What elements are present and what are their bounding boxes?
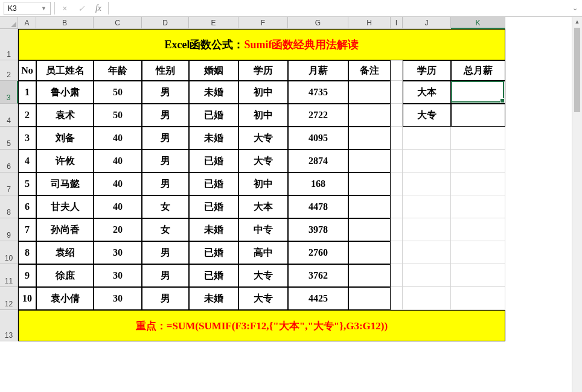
table-cell[interactable]: 2874 [288, 150, 348, 172]
cell[interactable] [451, 150, 505, 172]
table-cell[interactable]: 30 [94, 241, 142, 264]
formula-input[interactable] [110, 2, 568, 15]
vertical-scrollbar[interactable]: ▲ [572, 17, 582, 392]
table-cell[interactable]: 已婚 [189, 264, 238, 287]
column-header-E[interactable]: E [189, 17, 238, 29]
fx-icon[interactable]: fx [90, 2, 107, 15]
column-header-H[interactable]: H [348, 17, 391, 29]
cell[interactable] [391, 104, 403, 127]
table-cell[interactable]: 3 [18, 127, 36, 150]
table-cell[interactable]: 大本 [238, 195, 288, 218]
table-cell[interactable]: 中专 [238, 218, 288, 241]
column-header-D[interactable]: D [142, 17, 189, 29]
cell[interactable] [451, 264, 505, 287]
cell[interactable] [451, 218, 505, 241]
cell[interactable] [451, 287, 505, 310]
table-cell[interactable]: 1 [18, 81, 36, 104]
table-cell[interactable]: 男 [142, 150, 189, 172]
table-cell[interactable]: 女 [142, 218, 189, 241]
table-cell[interactable]: 袁绍 [36, 241, 94, 264]
row-header-6[interactable]: 6 [0, 150, 18, 172]
cell[interactable] [403, 218, 451, 241]
table-cell[interactable] [348, 104, 391, 127]
table-cell[interactable]: 鲁小肃 [36, 81, 94, 104]
table-cell[interactable] [348, 81, 391, 104]
cell[interactable] [403, 127, 451, 150]
row-header-13[interactable]: 13 [0, 310, 18, 341]
table-cell[interactable]: 4095 [288, 127, 348, 150]
table-cell[interactable]: 男 [142, 264, 189, 287]
table-cell[interactable] [348, 241, 391, 264]
table-cell[interactable]: 168 [288, 172, 348, 195]
table-cell[interactable]: 3762 [288, 264, 348, 287]
scroll-up-icon[interactable]: ▲ [572, 17, 582, 27]
cells-area[interactable]: Excel函数公式：Sumif函数经典用法解读No员工姓名年龄性别婚姻学历月薪备… [18, 29, 505, 341]
table-cell[interactable]: 孙尚香 [36, 218, 94, 241]
footer-banner[interactable]: 重点：=SUM(SUMIF(F3:F12,{"大本","大专"},G3:G12)… [18, 310, 505, 341]
table-header[interactable]: 年龄 [94, 60, 142, 81]
table-cell[interactable]: 30 [94, 264, 142, 287]
scrollbar-thumb[interactable] [574, 28, 580, 112]
title-banner[interactable]: Excel函数公式：Sumif函数经典用法解读 [18, 29, 505, 60]
table-cell[interactable]: 50 [94, 104, 142, 127]
select-all-corner[interactable] [0, 17, 18, 29]
table-cell[interactable]: 4425 [288, 287, 348, 310]
chevron-down-icon[interactable]: ▼ [41, 5, 46, 11]
table-cell[interactable]: 大专 [238, 287, 288, 310]
lookup-cell[interactable]: 大专 [403, 104, 451, 127]
table-cell[interactable]: 已婚 [189, 241, 238, 264]
row-header-1[interactable]: 1 [0, 29, 18, 60]
table-cell[interactable]: 男 [142, 172, 189, 195]
column-header-J[interactable]: J [403, 17, 451, 29]
table-cell[interactable]: 初中 [238, 81, 288, 104]
table-cell[interactable] [348, 172, 391, 195]
table-cell[interactable] [348, 195, 391, 218]
table-cell[interactable]: 已婚 [189, 195, 238, 218]
spreadsheet-grid[interactable]: ABCDEFGHIJK 12345678910111213 Excel函数公式：… [0, 17, 582, 392]
table-header[interactable]: 性别 [142, 60, 189, 81]
table-cell[interactable]: 司马懿 [36, 172, 94, 195]
table-header[interactable]: 学历 [238, 60, 288, 81]
table-cell[interactable]: 3978 [288, 218, 348, 241]
table-cell[interactable]: 2760 [288, 241, 348, 264]
column-header-K[interactable]: K [451, 17, 505, 29]
table-cell[interactable]: 初中 [238, 104, 288, 127]
table-cell[interactable]: 女 [142, 195, 189, 218]
table-cell[interactable]: 大专 [238, 127, 288, 150]
table-cell[interactable]: 已婚 [189, 104, 238, 127]
table-cell[interactable]: 40 [94, 172, 142, 195]
table-cell[interactable]: 高中 [238, 241, 288, 264]
table-cell[interactable]: 7 [18, 218, 36, 241]
cell[interactable] [403, 287, 451, 310]
table-cell[interactable]: 5 [18, 172, 36, 195]
column-header-I[interactable]: I [391, 17, 403, 29]
table-cell[interactable]: 徐庶 [36, 264, 94, 287]
cell[interactable] [391, 241, 403, 264]
expand-formula-bar-icon[interactable]: ⌄ [568, 4, 582, 12]
row-header-12[interactable]: 12 [0, 287, 18, 310]
row-header-9[interactable]: 9 [0, 218, 18, 241]
row-header-4[interactable]: 4 [0, 104, 18, 127]
cell[interactable] [391, 264, 403, 287]
cell[interactable] [391, 218, 403, 241]
table-cell[interactable]: 4 [18, 150, 36, 172]
table-cell[interactable]: 9 [18, 264, 36, 287]
table-cell[interactable]: 6 [18, 195, 36, 218]
cell[interactable] [391, 127, 403, 150]
cell[interactable] [451, 195, 505, 218]
table-cell[interactable] [348, 287, 391, 310]
cell[interactable] [403, 150, 451, 172]
table-cell[interactable]: 男 [142, 81, 189, 104]
cell[interactable] [403, 264, 451, 287]
cell[interactable] [391, 60, 403, 81]
table-header[interactable]: 月薪 [288, 60, 348, 81]
cell[interactable] [403, 195, 451, 218]
table-cell[interactable]: 袁小倩 [36, 287, 94, 310]
table-cell[interactable]: 已婚 [189, 172, 238, 195]
table-cell[interactable] [348, 264, 391, 287]
column-header-F[interactable]: F [238, 17, 288, 29]
row-header-10[interactable]: 10 [0, 241, 18, 264]
table-cell[interactable] [348, 218, 391, 241]
table-header[interactable]: 员工姓名 [36, 60, 94, 81]
row-header-11[interactable]: 11 [0, 264, 18, 287]
